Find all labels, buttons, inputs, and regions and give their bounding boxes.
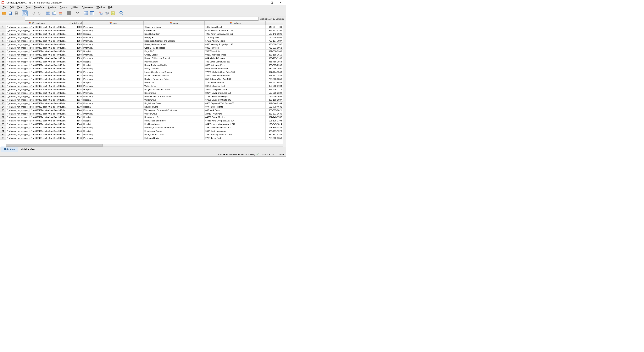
table-row[interactable]: 28{"_dataos_run_mapper_id":"e407fd02-abc…: [0, 119, 283, 122]
cell-type[interactable]: Hospital: [82, 105, 144, 108]
row-number[interactable]: 7: [0, 46, 6, 49]
cell-retailer-id[interactable]: 1512: [68, 67, 82, 70]
cell-type[interactable]: Hospital: [82, 122, 144, 126]
goto-case-button[interactable]: [45, 10, 51, 16]
row-number[interactable]: 24: [0, 105, 6, 108]
cell-retailer-id[interactable]: 1513: [68, 70, 82, 74]
cell-retailer-id[interactable]: 1541: [68, 112, 82, 115]
cell-name[interactable]: Bailey-Graham: [144, 67, 205, 70]
cell-metadata[interactable]: {"_dataos_run_mapper_id":"e407fd02-abc6-…: [6, 56, 68, 60]
table-row[interactable]: 17{"_dataos_run_mapper_id":"e407fd02-abc…: [0, 81, 283, 84]
cell-retailer-id[interactable]: 1548: [68, 136, 82, 140]
cell-metadata[interactable]: {"_dataos_run_mapper_id":"e407fd02-abc6-…: [6, 39, 68, 42]
cell-type[interactable]: Pharmacy: [82, 67, 144, 70]
cell-retailer-id[interactable]: 1531: [68, 77, 82, 81]
cell-metadata[interactable]: {"_dataos_run_mapper_id":"e407fd02-abc6-…: [6, 112, 68, 115]
cell-type[interactable]: Pharmacy: [82, 95, 144, 98]
row-number[interactable]: 27: [0, 116, 6, 119]
cell-address[interactable]: 877 Taylor Heights: [205, 105, 266, 108]
weight-cases-button[interactable]: [90, 10, 95, 16]
cell-address[interactable]: 1744 Jeanette Row: [205, 81, 266, 84]
table-row[interactable]: 16{"_dataos_run_mapper_id":"e407fd02-abc…: [0, 77, 283, 81]
cell-address[interactable]: 3558 Katherine Ports: [205, 63, 266, 67]
cell-phone[interactable]: 530-142-0026: [266, 32, 283, 35]
cell-name[interactable]: Davis-Flowers: [144, 105, 205, 108]
cell-retailer-id[interactable]: 1507: [68, 49, 82, 53]
table-row[interactable]: 30{"_dataos_run_mapper_id":"e407fd02-abc…: [0, 126, 283, 129]
cell-name[interactable]: Wilson Group: [144, 112, 205, 115]
cell-address[interactable]: 664 Thomas Motorway Apt. 072: [205, 122, 266, 126]
row-number[interactable]: 33: [0, 136, 6, 140]
table-row[interactable]: 7{"_dataos_run_mapper_id":"e407fd02-abc6…: [0, 46, 283, 49]
cell-type[interactable]: Hospital: [82, 98, 144, 101]
cell-retailer-id[interactable]: 1504: [68, 39, 82, 42]
cell-address[interactable]: 9519 Kevin Motorway: [205, 129, 266, 133]
cell-phone[interactable]: 617-774-3543: [266, 70, 283, 74]
table-row[interactable]: 32{"_dataos_run_mapper_id":"e407fd02-abc…: [0, 133, 283, 136]
goto-variable-button[interactable]: [52, 10, 57, 16]
cell-name[interactable]: Waller-Silva: [144, 84, 205, 88]
cell-address[interactable]: 119 Mary Inlet: [205, 36, 266, 39]
cell-phone[interactable]: 620-770-4631: [266, 105, 283, 108]
cell-phone[interactable]: 239-235-7591: [266, 67, 283, 70]
cell-address[interactable]: 1380 Anthony Ports Apt. 644: [205, 133, 266, 136]
table-row[interactable]: 29{"_dataos_run_mapper_id":"e407fd02-abc…: [0, 122, 283, 126]
maximize-button[interactable]: ☐: [267, 0, 276, 5]
cell-metadata[interactable]: {"_dataos_run_mapper_id":"e407fd02-abc6-…: [6, 43, 68, 46]
cell-type[interactable]: Pharmacy: [82, 46, 144, 49]
cell-phone[interactable]: 710-518-6586: [266, 36, 283, 39]
cell-retailer-id[interactable]: 1538: [68, 102, 82, 105]
row-number[interactable]: 1: [0, 25, 6, 28]
cell-address[interactable]: 06785 Shannon Port: [205, 84, 266, 88]
cell-name[interactable]: Rivas, Taylor and Smith: [144, 63, 205, 67]
cell-retailer-id[interactable]: 1544: [68, 122, 82, 126]
row-number[interactable]: 31: [0, 129, 6, 133]
horizontal-scrollbar[interactable]: [0, 144, 283, 147]
cell-name[interactable]: English and Sons: [144, 102, 205, 105]
cell-name[interactable]: Rodriguez LLC: [144, 116, 205, 119]
table-row[interactable]: 22{"_dataos_run_mapper_id":"e407fd02-abc…: [0, 98, 283, 102]
table-row[interactable]: 9{"_dataos_run_mapper_id":"e407fd02-abc6…: [0, 53, 283, 56]
cell-name[interactable]: Hopkins-Morales: [144, 122, 205, 126]
cell-name[interactable]: Madden, Castaneda and Burch: [144, 126, 205, 129]
cell-phone[interactable]: 995-243-4292: [266, 29, 283, 32]
cell-phone[interactable]: 199-547-1814: [266, 122, 283, 126]
cell-type[interactable]: Pharmacy: [82, 36, 144, 39]
cell-address[interactable]: 77688 Michelle Cove Suite 706: [205, 70, 266, 74]
table-row[interactable]: 21{"_dataos_run_mapper_id":"e407fd02-abc…: [0, 95, 283, 98]
cell-metadata[interactable]: {"_dataos_run_mapper_id":"e407fd02-abc6-…: [6, 102, 68, 105]
table-row[interactable]: 14{"_dataos_run_mapper_id":"e407fd02-abc…: [0, 70, 283, 74]
cell-retailer-id[interactable]: 1535: [68, 91, 82, 94]
menu-graphs[interactable]: Graphs: [58, 5, 69, 9]
cell-retailer-id[interactable]: 1539: [68, 105, 82, 108]
cell-type[interactable]: Hospital: [82, 116, 144, 119]
grid-body[interactable]: 1{"_dataos_run_mapper_id":"e407fd02-abc6…: [0, 25, 283, 144]
row-number[interactable]: 12: [0, 63, 6, 67]
cell-name[interactable]: Powell-Landry: [144, 60, 205, 63]
cell-phone[interactable]: 762-137-7087: [266, 39, 283, 42]
cell-metadata[interactable]: {"_dataos_run_mapper_id":"e407fd02-abc6-…: [6, 49, 68, 53]
cell-phone[interactable]: 793-539-3482: [266, 126, 283, 129]
cell-type[interactable]: Pharmacy: [82, 112, 144, 115]
cell-metadata[interactable]: {"_dataos_run_mapper_id":"e407fd02-abc6-…: [6, 81, 68, 84]
cell-phone[interactable]: 383-433-8549: [266, 81, 283, 84]
close-button[interactable]: ✕: [276, 0, 285, 5]
cell-address[interactable]: 4590 Hensley Ridge Apt. 157: [205, 43, 266, 46]
col-header-retailer-id[interactable]: retailer_id: [68, 21, 82, 25]
col-header-metadata[interactable]: a @__metadata: [6, 21, 68, 25]
cell-type[interactable]: Hospital: [82, 60, 144, 63]
cell-type[interactable]: Hospital: [82, 129, 144, 133]
cell-type[interactable]: Pharmacy: [82, 43, 144, 46]
cell-phone[interactable]: 503-308-2332: [266, 91, 283, 94]
cell-retailer-id[interactable]: 1547: [68, 133, 82, 136]
row-number[interactable]: 20: [0, 91, 6, 94]
cell-phone[interactable]: 503-305-6021: [266, 109, 283, 112]
menu-data[interactable]: Data: [24, 5, 32, 9]
cell-name[interactable]: Gibson and Sons: [144, 25, 205, 28]
table-row[interactable]: 19{"_dataos_run_mapper_id":"e407fd02-abc…: [0, 88, 283, 91]
cell-address[interactable]: 4406 Copeland Trail Suite 670: [205, 102, 266, 105]
cell-name[interactable]: Brown, Phillips and Rangel: [144, 56, 205, 60]
cell-address[interactable]: 382 David Center Apt. 563: [205, 60, 266, 63]
cell-metadata[interactable]: {"_dataos_run_mapper_id":"e407fd02-abc6-…: [6, 67, 68, 70]
cell-name[interactable]: Patel, Kirk and Davis: [144, 133, 205, 136]
